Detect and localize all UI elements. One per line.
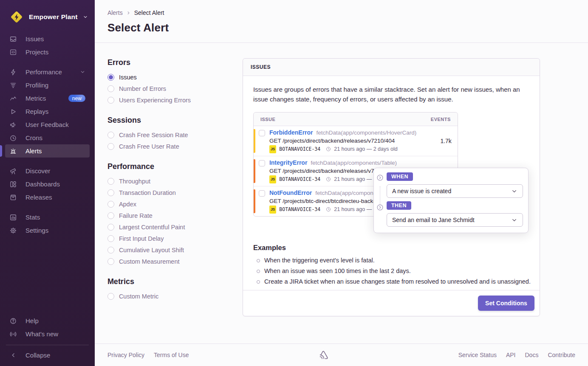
chevron-circle-icon xyxy=(376,174,384,181)
row-checkbox[interactable] xyxy=(259,130,265,136)
content: Errors Issues Number of Errors Users Exp… xyxy=(95,43,588,343)
radio-icon xyxy=(107,258,114,265)
service-status-link[interactable]: Service Status xyxy=(458,352,497,358)
issue-link[interactable]: NotFoundError xyxy=(269,189,312,197)
row-checkbox[interactable] xyxy=(259,160,265,166)
page-header: Alerts Select Alert Select Alert xyxy=(95,0,588,43)
radio-label: Apdex xyxy=(119,201,136,208)
radio-label: Crash Free Session Rate xyxy=(119,132,188,138)
radio-label: Users Experiencing Errors xyxy=(119,97,191,104)
main-area: Alerts Select Alert Select Alert Errors … xyxy=(95,0,588,366)
column-issue: ISSUE xyxy=(260,117,276,122)
terms-of-use-link[interactable]: Terms of Use xyxy=(154,352,189,358)
radio-option-issues[interactable]: Issues xyxy=(107,71,243,83)
radio-icon xyxy=(107,143,114,150)
issue-short-id: BOTANAVOICE-34 xyxy=(279,206,320,213)
sidebar-divider xyxy=(6,345,89,345)
new-badge: new xyxy=(68,95,85,102)
sidebar-item-stats[interactable]: Stats xyxy=(5,211,90,224)
sidebar-item-label: Settings xyxy=(25,227,48,234)
sidebar-item-profiling[interactable]: Profiling xyxy=(5,79,90,92)
row-checkbox[interactable] xyxy=(259,190,265,197)
sidebar-item-metrics[interactable]: Metrics new xyxy=(5,92,90,105)
sidebar-item-label: Help xyxy=(25,317,39,324)
crons-icon xyxy=(9,134,17,142)
radio-option-failure-rate[interactable]: Failure Rate xyxy=(107,210,243,221)
help-icon xyxy=(9,317,17,325)
sidebar-item-issues[interactable]: Issues xyxy=(5,32,90,45)
app-root: Empower Plant Issues Projects Perfor xyxy=(0,0,588,366)
group-heading: Metrics xyxy=(107,277,243,286)
sidebar-item-releases[interactable]: Releases xyxy=(5,191,90,204)
group-metrics: Metrics Custom Metric xyxy=(107,277,243,302)
radio-icon xyxy=(107,85,114,92)
page-title: Select Alert xyxy=(107,21,588,34)
sidebar-item-label: Metrics xyxy=(25,95,46,102)
radio-option-number-of-errors[interactable]: Number of Errors xyxy=(107,83,243,94)
sidebar-item-discover[interactable]: Discover xyxy=(5,164,90,177)
breadcrumb-alerts-link[interactable]: Alerts xyxy=(107,9,123,16)
group-heading: Sessions xyxy=(107,116,243,125)
collapse-label: Collapse xyxy=(25,352,50,359)
table-row: ForbiddenError fetchData(app/components/… xyxy=(254,126,458,156)
chevron-circle-icon xyxy=(376,204,384,211)
rule-rail xyxy=(376,173,384,227)
radio-option-custom-measurement[interactable]: Custom Measurement xyxy=(107,256,243,267)
radio-option-largest-contentful-paint[interactable]: Largest Contentful Paint xyxy=(107,221,243,233)
sidebar-item-replays[interactable]: Replays xyxy=(5,105,90,118)
stats-icon xyxy=(9,214,17,221)
org-logo xyxy=(9,10,24,24)
radio-label: Largest Contentful Paint xyxy=(119,224,185,231)
radio-label: Failure Rate xyxy=(119,212,153,219)
sidebar-bottom: Help What's new Collapse xyxy=(0,314,95,362)
alerts-icon xyxy=(9,147,17,155)
issue-short-id: BOTANAVOICE-34 xyxy=(279,176,320,183)
set-conditions-button[interactable]: Set Conditions xyxy=(478,296,534,311)
sidebar-item-user-feedback[interactable]: User Feedback xyxy=(5,118,90,131)
panel-footer: Set Conditions xyxy=(243,290,540,316)
radio-option-throughput[interactable]: Throughput xyxy=(107,175,243,187)
radio-option-transaction-duration[interactable]: Transaction Duration xyxy=(107,187,243,198)
example-item: When the triggering event's level is fat… xyxy=(257,257,532,264)
discover-icon xyxy=(9,167,17,175)
then-select[interactable]: Send an email to Jane Schmidt xyxy=(387,213,523,227)
radio-option-crash-free-session-rate[interactable]: Crash Free Session Rate xyxy=(107,129,243,141)
issue-link[interactable]: ForbiddenError xyxy=(269,129,313,137)
sidebar-item-settings[interactable]: Settings xyxy=(5,224,90,237)
radio-option-users-experiencing-errors[interactable]: Users Experiencing Errors xyxy=(107,94,243,106)
radio-label: Cumulative Layout Shift xyxy=(119,247,184,253)
sidebar-item-whats-new[interactable]: What's new xyxy=(5,327,90,341)
sentry-logo-icon xyxy=(189,349,458,360)
sidebar-item-projects[interactable]: Projects xyxy=(5,45,90,59)
radio-option-crash-free-user-rate[interactable]: Crash Free User Rate xyxy=(107,141,243,152)
platform-js-icon: JS xyxy=(269,206,276,214)
sidebar-item-label: Projects xyxy=(25,48,48,56)
radio-option-custom-metric[interactable]: Custom Metric xyxy=(107,290,243,302)
profiling-icon xyxy=(9,82,17,89)
sidebar-item-label: Alerts xyxy=(25,147,42,155)
radio-icon xyxy=(107,235,114,242)
sidebar-item-dashboards[interactable]: Dashboards xyxy=(5,177,90,191)
contribute-link[interactable]: Contribute xyxy=(548,352,575,358)
sidebar-item-performance[interactable]: Performance xyxy=(5,65,90,79)
api-link[interactable]: API xyxy=(506,352,516,358)
docs-link[interactable]: Docs xyxy=(525,352,539,358)
sidebar-item-label: Profiling xyxy=(25,82,48,89)
when-select[interactable]: A new issue is created xyxy=(387,184,523,198)
sidebar-item-alerts[interactable]: Alerts xyxy=(5,144,90,158)
sidebar-collapse-button[interactable]: Collapse xyxy=(5,349,90,362)
level-warning-bar xyxy=(254,129,255,153)
issue-culprit: fetchData(app/components/HoverCard) xyxy=(317,129,417,137)
privacy-policy-link[interactable]: Privacy Policy xyxy=(107,352,144,358)
issue-link[interactable]: IntegrityError xyxy=(269,159,307,167)
sidebar-item-label: Releases xyxy=(25,194,52,201)
sidebar: Empower Plant Issues Projects Perfor xyxy=(0,0,95,366)
radio-icon xyxy=(107,201,114,208)
radio-option-first-input-delay[interactable]: First Input Delay xyxy=(107,233,243,244)
sidebar-item-help[interactable]: Help xyxy=(5,314,90,327)
radio-option-cumulative-layout-shift[interactable]: Cumulative Layout Shift xyxy=(107,244,243,256)
org-switcher[interactable]: Empower Plant xyxy=(0,0,95,26)
radio-option-apdex[interactable]: Apdex xyxy=(107,198,243,210)
clock-icon xyxy=(326,146,331,152)
sidebar-item-crons[interactable]: Crons xyxy=(5,131,90,144)
